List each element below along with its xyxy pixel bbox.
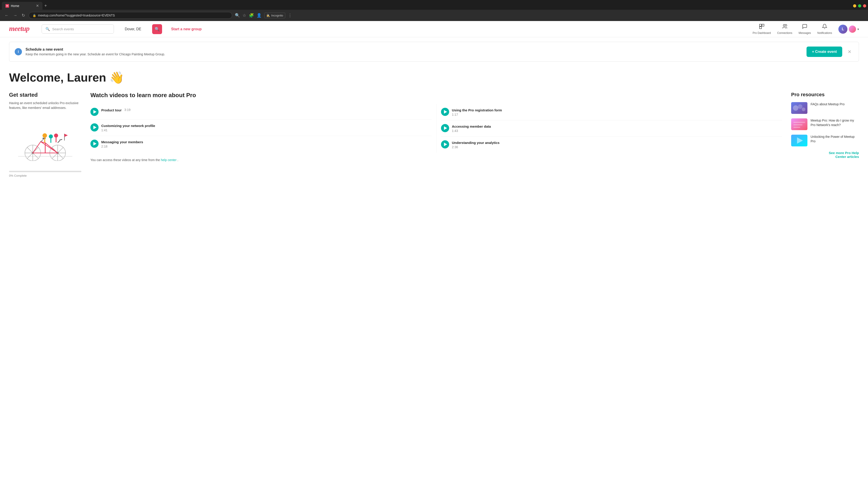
play-button-2[interactable] <box>441 108 449 116</box>
video-column-right: Using the Pro registration form 1:17 Acc… <box>436 104 782 153</box>
video-duration-4: 1:43 <box>452 129 458 133</box>
video-duration-6: 2:36 <box>452 145 458 149</box>
nav-messages[interactable]: Messages <box>799 24 811 35</box>
main-navigation: Pro Dashboard Connections Messages <box>752 24 859 35</box>
video-duration-3: 1:41 <box>101 128 107 132</box>
svg-line-24 <box>58 140 60 143</box>
see-more-link[interactable]: See more Pro Help Center articles <box>791 151 859 159</box>
svg-point-30 <box>42 133 47 138</box>
video-column-left: Product tour 3:19 Customizing you <box>90 104 436 153</box>
progress-container: 0% Complete <box>9 171 81 177</box>
create-event-button[interactable]: + Create event <box>807 46 842 57</box>
incognito-badge: 🕵 Incognito <box>264 13 285 18</box>
pro-resources-section: Pro resources <box>791 92 859 177</box>
window-controls <box>853 4 866 7</box>
reload-button[interactable]: ↻ <box>21 12 26 19</box>
progress-label: 0% Complete <box>9 174 81 177</box>
notifications-label: Notifications <box>817 31 832 35</box>
play-button-4[interactable] <box>441 124 449 132</box>
video-duration-1: 3:19 <box>124 108 130 111</box>
resource-title-2: Meetup Pro: How do I grow my Pro Network… <box>811 119 859 127</box>
secondary-avatar <box>849 26 856 33</box>
see-more-line2: Center articles <box>835 155 859 159</box>
tab-close-button[interactable]: ✕ <box>36 4 39 8</box>
browser-chrome: m Home ✕ + ← → ↻ 🔒 meetup.com/home/?sugg… <box>0 0 868 21</box>
menu-icon[interactable]: ⋮ <box>288 13 292 18</box>
play-button-1[interactable] <box>90 108 98 116</box>
messages-label: Messages <box>799 31 811 35</box>
search-icon: 🔍 <box>45 27 50 31</box>
play-button-5[interactable] <box>90 140 98 148</box>
progress-bar-background <box>9 171 81 172</box>
video-duration-2: 1:17 <box>452 113 458 116</box>
connections-label: Connections <box>777 31 792 35</box>
resource-thumb-svg-2 <box>791 119 807 130</box>
banner-close-button[interactable]: ✕ <box>846 49 853 55</box>
videos-footer-prefix: You can access these videos at any time … <box>90 158 161 162</box>
resource-thumbnail-2 <box>791 119 807 130</box>
user-avatar-menu[interactable]: L ▾ <box>838 25 859 34</box>
meetup-logo[interactable]: meetup <box>9 24 36 35</box>
videos-footer-suffix: . <box>178 158 178 162</box>
play-button-3[interactable] <box>90 123 98 131</box>
tab-title: Home <box>11 4 19 8</box>
svg-rect-2 <box>762 24 764 26</box>
search-bar[interactable]: 🔍 Search events <box>41 24 114 34</box>
site-header: meetup 🔍 Search events Dover, DE 🔍 Start… <box>0 21 868 37</box>
svg-text:meetup: meetup <box>9 24 30 33</box>
video-title-5: Messaging your members <box>101 140 143 144</box>
help-center-link[interactable]: help center <box>161 158 177 162</box>
play-icon-1 <box>93 110 96 113</box>
forward-button[interactable]: → <box>12 12 18 19</box>
user-avatar: L <box>838 25 847 34</box>
active-tab[interactable]: m Home ✕ <box>2 2 42 10</box>
location-display[interactable]: Dover, DE <box>119 27 147 31</box>
banner-title: Schedule a new event <box>26 47 803 52</box>
close-button[interactable] <box>863 4 866 7</box>
video-item-6: Understanding your analytics 2:36 <box>441 136 782 153</box>
video-duration-5: 2:18 <box>101 144 107 148</box>
bookmark-icon[interactable]: ☆ <box>243 13 246 18</box>
notifications-icon <box>822 24 827 31</box>
bike-illustration <box>16 120 74 161</box>
start-group-link[interactable]: Start a new group <box>167 27 205 31</box>
svg-point-5 <box>785 24 787 26</box>
pro-dashboard-label: Pro Dashboard <box>752 31 771 35</box>
get-started-section: Get started Having an event scheduled un… <box>9 92 81 177</box>
banner-description: Keep the momentum going in the new year.… <box>26 53 803 56</box>
play-button-6[interactable] <box>441 140 449 149</box>
resource-item-3[interactable]: Unlocking the Power of Meetup Pro <box>791 135 859 147</box>
video-item-1: Product tour 3:19 <box>90 104 432 120</box>
address-bar[interactable]: 🔒 meetup.com/home/?suggested=true&source… <box>29 12 232 19</box>
videos-section: Watch videos to learn more about Pro Pro… <box>90 92 782 177</box>
maximize-button[interactable] <box>858 4 861 7</box>
svg-rect-42 <box>794 124 802 125</box>
video-title-3: Customizing your network profile <box>101 123 155 128</box>
content-grid: Get started Having an event scheduled un… <box>9 92 859 177</box>
nav-pro-dashboard[interactable]: Pro Dashboard <box>752 24 771 35</box>
nav-notifications[interactable]: Notifications <box>817 24 832 35</box>
resource-thumbnail-3 <box>791 135 807 147</box>
pro-dashboard-icon <box>759 24 765 31</box>
play-icon-4 <box>444 126 447 130</box>
search-submit-button[interactable]: 🔍 <box>152 24 162 34</box>
profile-icon[interactable]: 👤 <box>256 13 261 18</box>
svg-rect-3 <box>760 27 762 29</box>
back-button[interactable]: ← <box>4 12 9 19</box>
illustration-container <box>9 116 81 165</box>
video-item-5: Messaging your members 2:18 <box>90 136 432 152</box>
see-more-line1: See more Pro Help <box>829 151 859 155</box>
resource-thumbnail-1 <box>791 102 807 114</box>
resource-item-2[interactable]: Meetup Pro: How do I grow my Pro Network… <box>791 119 859 130</box>
resource-item-1[interactable]: FAQs about Meetup Pro <box>791 102 859 114</box>
minimize-button[interactable] <box>853 4 856 7</box>
nav-connections[interactable]: Connections <box>777 24 792 35</box>
play-icon-3 <box>93 126 96 129</box>
svg-point-37 <box>793 105 798 111</box>
resource-title-3: Unlocking the Power of Meetup Pro <box>811 135 859 143</box>
extensions-icon[interactable]: 🧩 <box>249 13 254 18</box>
search-submit-icon: 🔍 <box>155 27 160 32</box>
video-item-3: Customizing your network profile 1:41 <box>90 120 432 136</box>
new-tab-button[interactable]: + <box>42 2 49 9</box>
search-browser-icon[interactable]: 🔍 <box>235 13 240 18</box>
